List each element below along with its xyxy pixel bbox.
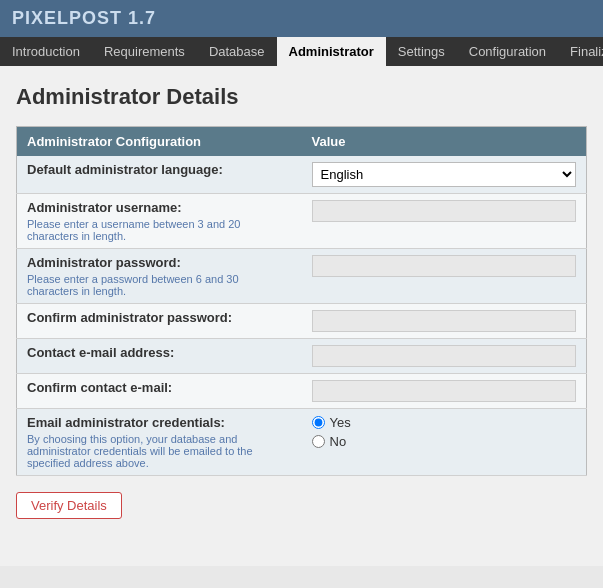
nav-item-finalize[interactable]: Finalize	[558, 37, 603, 66]
nav-item-requirements[interactable]: Requirements	[92, 37, 197, 66]
nav-item-settings[interactable]: Settings	[386, 37, 457, 66]
input-field-4[interactable]	[312, 345, 577, 367]
config-label-0: Default administrator language:	[17, 156, 302, 194]
config-hint-1: Please enter a username between 3 and 20…	[27, 218, 292, 242]
radio-group-6: YesNo	[312, 415, 577, 449]
config-label-4: Contact e-mail address:	[17, 339, 302, 374]
config-value-1	[302, 194, 587, 249]
input-field-5[interactable]	[312, 380, 577, 402]
verify-details-button[interactable]: Verify Details	[16, 492, 122, 519]
col-header-config: Administrator Configuration	[17, 127, 302, 157]
radio-label-text-1: No	[330, 434, 347, 449]
config-value-0: English	[302, 156, 587, 194]
app-title: PIXELPOST 1.7	[12, 8, 156, 28]
config-label-2: Administrator password:Please enter a pa…	[17, 249, 302, 304]
input-field-1[interactable]	[312, 200, 577, 222]
nav-bar: IntroductionRequirementsDatabaseAdminist…	[0, 37, 603, 66]
header: PIXELPOST 1.7 IntroductionRequirementsDa…	[0, 0, 603, 66]
col-header-value: Value	[302, 127, 587, 157]
radio-input-1[interactable]	[312, 435, 325, 448]
page-title: Administrator Details	[16, 84, 587, 110]
config-label-1: Administrator username:Please enter a us…	[17, 194, 302, 249]
config-label-3: Confirm administrator password:	[17, 304, 302, 339]
config-value-5	[302, 374, 587, 409]
config-label-6: Email administrator credentials:By choos…	[17, 409, 302, 476]
main-content: Administrator Details Administrator Conf…	[0, 66, 603, 566]
radio-option-0[interactable]: Yes	[312, 415, 577, 430]
config-value-2	[302, 249, 587, 304]
nav-item-introduction[interactable]: Introduction	[0, 37, 92, 66]
config-value-6: YesNo	[302, 409, 587, 476]
input-field-3[interactable]	[312, 310, 577, 332]
nav-item-database[interactable]: Database	[197, 37, 277, 66]
nav-item-administrator[interactable]: Administrator	[277, 37, 386, 66]
config-hint-2: Please enter a password between 6 and 30…	[27, 273, 292, 297]
config-table: Administrator Configuration Value Defaul…	[16, 126, 587, 476]
config-value-4	[302, 339, 587, 374]
input-field-2[interactable]	[312, 255, 577, 277]
radio-input-0[interactable]	[312, 416, 325, 429]
language-select[interactable]: English	[312, 162, 577, 187]
radio-label-text-0: Yes	[330, 415, 351, 430]
config-value-3	[302, 304, 587, 339]
nav-item-configuration[interactable]: Configuration	[457, 37, 558, 66]
config-hint-6: By choosing this option, your database a…	[27, 433, 292, 469]
config-label-5: Confirm contact e-mail:	[17, 374, 302, 409]
radio-option-1[interactable]: No	[312, 434, 577, 449]
